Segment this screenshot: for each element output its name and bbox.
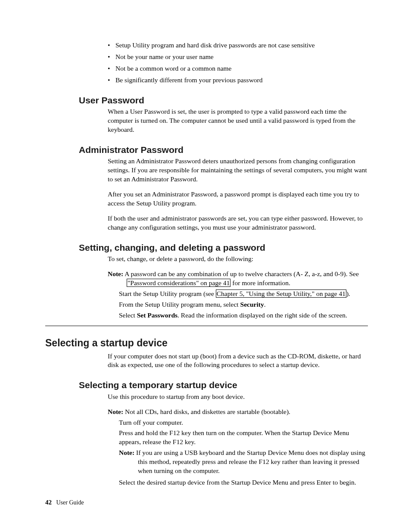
note: Note: Not all CDs, hard disks, and diske… xyxy=(108,408,368,417)
step-text: From the Setup Utility program menu, sel… xyxy=(119,301,240,308)
selecting-startup-body: If your computer does not start up (boot… xyxy=(108,352,368,370)
bold-security: Security xyxy=(240,301,264,308)
note-text: Not all CDs, hard disks, and diskettes a… xyxy=(123,408,290,415)
set-change-body: To set, change, or delete a password, do… xyxy=(108,255,368,320)
heading-user-password: User Password xyxy=(79,94,368,106)
note-text: for more information. xyxy=(230,279,290,286)
user-password-body: When a User Password is set, the user is… xyxy=(108,107,368,134)
page: Setup Utility program and hard disk driv… xyxy=(0,0,411,532)
note: Note: A password can be any combination … xyxy=(108,270,368,288)
body-text: Setting an Administrator Password deters… xyxy=(108,157,368,184)
bullet-item: Setup Utility program and hard disk driv… xyxy=(108,41,368,50)
inner-note: Note: If you are using a USB keyboard an… xyxy=(119,448,368,476)
step-press-f12: Press and hold the F12 key then turn on … xyxy=(119,429,368,447)
step-select-device: Select the desired startup device from t… xyxy=(119,478,368,487)
body-text: When a User Password is set, the user is… xyxy=(108,107,368,134)
body-text: To set, change, or delete a password, do… xyxy=(108,255,368,264)
note-text: If you are using a USB keyboard and the … xyxy=(134,449,365,474)
step-text: . xyxy=(264,301,266,308)
link-chapter-5[interactable]: Chapter 5, "Using the Setup Utility," on… xyxy=(216,289,346,298)
body-text: If both the user and administrator passw… xyxy=(108,214,368,232)
divider xyxy=(45,326,368,326)
temp-startup-body: Use this procedure to startup from any b… xyxy=(108,392,368,487)
bullet-item: Not be a common word or a common name xyxy=(108,64,368,73)
body-text: Use this procedure to startup from any b… xyxy=(108,392,368,401)
link-password-considerations[interactable]: "Password considerations" on page 41 xyxy=(127,279,230,287)
step-turn-off: Turn off your computer. xyxy=(119,418,368,427)
footer: 42 User Guide xyxy=(45,498,84,507)
heading-selecting-startup: Selecting a startup device xyxy=(45,336,368,350)
book-title: User Guide xyxy=(56,499,84,506)
note-label: Note: xyxy=(119,449,134,456)
bullet-item: Be significantly different from your pre… xyxy=(108,76,368,85)
heading-admin-password: Administrator Password xyxy=(79,144,368,156)
bold-set-passwords: Set Passwords xyxy=(137,311,177,319)
step-select-security: From the Setup Utility program menu, sel… xyxy=(119,300,368,309)
heading-temp-startup: Selecting a temporary startup device xyxy=(79,379,368,391)
step-set-passwords: Select Set Passwords. Read the informati… xyxy=(119,311,368,320)
page-number: 42 xyxy=(45,499,52,506)
step-text: . Read the information displayed on the … xyxy=(177,311,347,319)
body-text: After you set an Administrator Password,… xyxy=(108,190,368,208)
note-label: Note: xyxy=(108,270,123,277)
password-bullets: Setup Utility program and hard disk driv… xyxy=(108,41,368,85)
body-text: If your computer does not start up (boot… xyxy=(108,352,368,370)
admin-password-body: Setting an Administrator Password deters… xyxy=(108,157,368,232)
step-start-utility: Start the Setup Utility program (see Cha… xyxy=(119,289,368,299)
step-text: ). xyxy=(346,290,350,297)
bullet-item: Not be your name or your user name xyxy=(108,53,368,62)
step-text: Select xyxy=(119,311,137,319)
note-label: Note: xyxy=(108,408,123,415)
step-text: Start the Setup Utility program (see xyxy=(119,290,216,297)
note-text: A password can be any combination of up … xyxy=(123,270,359,277)
heading-set-change-delete: Setting, changing, and deleting a passwo… xyxy=(79,242,368,254)
